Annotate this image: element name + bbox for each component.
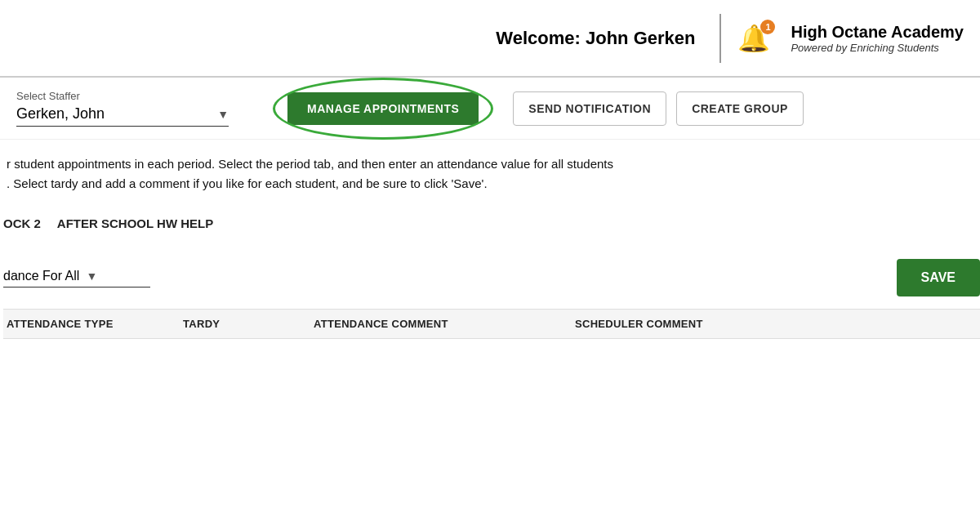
school-info: High Octane Academy Powered by Enriching…	[791, 23, 964, 54]
bottom-bar: dance For All ▼ SAVE	[3, 247, 980, 309]
notification-badge: 1	[760, 20, 775, 34]
welcome-text: Welcome: John Gerken	[496, 28, 695, 49]
instruction-line2: . Select tardy and add a comment if you …	[7, 174, 980, 194]
bell-wrapper[interactable]: 🔔 1	[737, 23, 770, 54]
toolbar: Select Staffer Gerken, John ▼ MANAGE APP…	[0, 78, 980, 140]
attendance-dropdown-arrow-icon: ▼	[86, 270, 97, 283]
header-divider	[719, 14, 721, 63]
staffer-value: Gerken, John	[16, 105, 211, 123]
period-block: OCK 2	[3, 216, 41, 230]
period-name: AFTER SCHOOL HW HELP	[57, 216, 213, 230]
instruction-line1: r student appointments in each period. S…	[7, 154, 980, 174]
school-name: High Octane Academy	[791, 23, 964, 42]
th-attendance-type: ATTENDANCE TYPE	[3, 318, 183, 330]
staffer-select-wrapper[interactable]: Gerken, John ▼	[16, 105, 229, 127]
app-header: Welcome: John Gerken 🔔 1 High Octane Aca…	[0, 0, 980, 78]
manage-appointments-button[interactable]: MANAGE APPOINTMENTS	[287, 92, 479, 125]
table-header: ATTENDANCE TYPE TARDY ATTENDANCE COMMENT…	[3, 309, 980, 339]
period-tabs: OCK 2 AFTER SCHOOL HW HELP	[3, 208, 980, 238]
th-attendance-comment: ATTENDANCE COMMENT	[314, 318, 575, 330]
attendance-select-wrapper[interactable]: dance For All ▼	[3, 269, 150, 288]
th-tardy: TARDY	[183, 318, 314, 330]
send-notification-button[interactable]: SEND NOTIFICATION	[513, 91, 666, 126]
school-subtitle: Powered by Enriching Students	[791, 42, 938, 54]
staffer-section: Select Staffer Gerken, John ▼	[16, 90, 229, 127]
staffer-label: Select Staffer	[16, 90, 229, 102]
th-scheduler-comment: SCHEDULER COMMENT	[575, 318, 980, 330]
dropdown-arrow-icon: ▼	[217, 108, 229, 121]
save-button[interactable]: SAVE	[897, 259, 980, 296]
main-content: r student appointments in each period. S…	[0, 140, 980, 339]
create-group-button[interactable]: CREATE GROUP	[676, 91, 804, 126]
attendance-value: dance For All	[3, 269, 79, 283]
instructions: r student appointments in each period. S…	[3, 140, 980, 208]
